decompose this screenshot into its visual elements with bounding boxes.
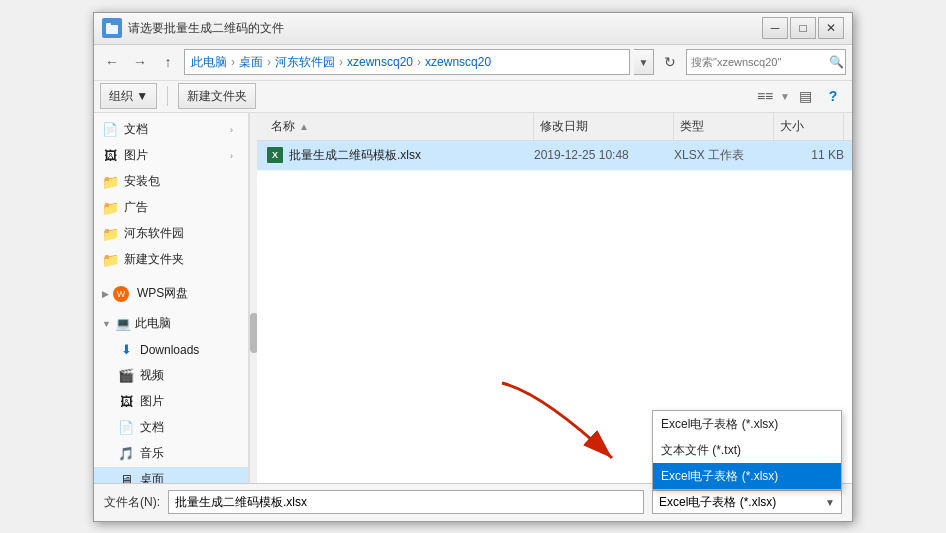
file-date-cell: 2019-12-25 10:48	[534, 148, 674, 162]
filetype-select-wrapper: Excel电子表格 (*.xlsx) ▼ Excel电子表格 (*.xlsx) …	[652, 490, 842, 514]
sidebar-item-label: 音乐	[140, 445, 164, 462]
document-icon: 📄	[118, 420, 134, 436]
window-controls: ─ □ ✕	[762, 17, 844, 39]
view-list-button[interactable]: ≡≡	[752, 85, 778, 107]
search-icon[interactable]: 🔍	[829, 55, 844, 69]
sidebar-item-documents2[interactable]: 📄 文档	[94, 415, 248, 441]
toolbar-separator	[167, 86, 168, 106]
sidebar: 📄 文档 › 🖼 图片 › 📁 安装包 📁 广告 📁 河东软件园	[94, 113, 249, 483]
sidebar-item-label: 广告	[124, 199, 148, 216]
sidebar-item-music[interactable]: 🎵 音乐	[94, 441, 248, 467]
image-icon: 🖼	[118, 394, 134, 410]
breadcrumb-bar[interactable]: 此电脑 › 桌面 › 河东软件园 › xzewnscq20 › xzewnscq…	[184, 49, 630, 75]
breadcrumb-dropdown-btn[interactable]: ▼	[634, 49, 654, 75]
dropdown-arrow-icon: ▼	[825, 497, 835, 508]
sidebar-item-label: 图片	[124, 147, 148, 164]
pictures-icon: 🖼	[102, 148, 118, 164]
computer-icon: 💻	[115, 316, 131, 332]
dialog-icon	[102, 18, 122, 38]
folder-icon: 📁	[102, 200, 118, 216]
download-icon: ⬇	[118, 342, 134, 358]
sidebar-item-label: Downloads	[140, 343, 199, 357]
minimize-button[interactable]: ─	[762, 17, 788, 39]
title-bar: 请选要批量生成二维码的文件 ─ □ ✕	[94, 13, 852, 45]
sidebar-scrollbar[interactable]	[249, 113, 257, 483]
sidebar-item-packages[interactable]: 📁 安装包	[94, 169, 248, 195]
filetype-select[interactable]: Excel电子表格 (*.xlsx) ▼	[652, 490, 842, 514]
folder-icon: 📁	[102, 226, 118, 242]
breadcrumb-hedong[interactable]: 河东软件园	[275, 54, 335, 71]
breadcrumb-folder1[interactable]: xzewnscq20	[347, 55, 413, 69]
desktop-icon: 🖥	[118, 472, 134, 483]
file-type-cell: XLSX 工作表	[674, 147, 774, 164]
filetype-option-xlsx1[interactable]: Excel电子表格 (*.xlsx)	[653, 411, 841, 437]
sidebar-item-ads[interactable]: 📁 广告	[94, 195, 248, 221]
forward-button[interactable]: →	[128, 50, 152, 74]
filename-label: 文件名(N):	[104, 494, 160, 511]
sidebar-item-hedong[interactable]: 📁 河东软件园	[94, 221, 248, 247]
col-header-size[interactable]: 大小	[774, 113, 844, 140]
col-header-name[interactable]: 名称 ▲	[265, 113, 534, 140]
sidebar-item-wps-cloud[interactable]: ▶ W WPS网盘	[94, 281, 248, 307]
svg-rect-1	[106, 23, 111, 26]
video-icon: 🎬	[118, 368, 134, 384]
file-row[interactable]: X 批量生成二维码模板.xlsx 2019-12-25 10:48 XLSX 工…	[257, 141, 852, 171]
empty-area	[257, 171, 852, 371]
sidebar-item-images[interactable]: 🖼 图片	[94, 389, 248, 415]
organize-button[interactable]: 组织 ▼	[100, 83, 157, 109]
sort-arrow-icon: ▲	[299, 121, 309, 132]
sidebar-item-label: 河东软件园	[124, 225, 184, 242]
file-dialog: 请选要批量生成二维码的文件 ─ □ ✕ ← → ↑ 此电脑 › 桌面 › 河东软…	[93, 12, 853, 522]
sidebar-item-label: 文档	[140, 419, 164, 436]
view-options: ≡≡ ▼ ▤ ?	[752, 85, 846, 107]
svg-rect-0	[106, 25, 118, 34]
col-type-label: 类型	[680, 118, 704, 135]
back-button[interactable]: ←	[100, 50, 124, 74]
filename-input[interactable]	[168, 490, 644, 514]
breadcrumb-folder2[interactable]: xzewnscq20	[425, 55, 491, 69]
help-button[interactable]: ?	[820, 85, 846, 107]
sidebar-item-label: 安装包	[124, 173, 160, 190]
folder-icon: 📁	[102, 252, 118, 268]
close-button[interactable]: ✕	[818, 17, 844, 39]
filetype-dropdown-menu: Excel电子表格 (*.xlsx) 文本文件 (*.txt) Excel电子表…	[652, 410, 842, 490]
sidebar-item-downloads[interactable]: ⬇ Downloads	[94, 337, 248, 363]
bottom-bar: 文件名(N): Excel电子表格 (*.xlsx) ▼ Excel电子表格 (…	[94, 483, 852, 521]
sidebar-item-label: 新建文件夹	[124, 251, 184, 268]
view-tile-button[interactable]: ▤	[792, 85, 818, 107]
sidebar-item-desktop[interactable]: 🖥 桌面	[94, 467, 248, 483]
breadcrumb-computer[interactable]: 此电脑	[191, 54, 227, 71]
file-size-cell: 11 KB	[774, 148, 844, 162]
refresh-button[interactable]: ↻	[658, 50, 682, 74]
maximize-button[interactable]: □	[790, 17, 816, 39]
filetype-option-xlsx2[interactable]: Excel电子表格 (*.xlsx)	[653, 463, 841, 489]
sidebar-item-label: 桌面	[140, 471, 164, 483]
documents-icon: 📄	[102, 122, 118, 138]
sidebar-item-label: 文档	[124, 121, 148, 138]
sidebar-item-documents[interactable]: 📄 文档 ›	[94, 117, 248, 143]
filetype-option-txt[interactable]: 文本文件 (*.txt)	[653, 437, 841, 463]
music-icon: 🎵	[118, 446, 134, 462]
col-header-type[interactable]: 类型	[674, 113, 774, 140]
new-folder-button[interactable]: 新建文件夹	[178, 83, 256, 109]
up-button[interactable]: ↑	[156, 50, 180, 74]
folder-icon: 📁	[102, 174, 118, 190]
toolbar: 组织 ▼ 新建文件夹 ≡≡ ▼ ▤ ?	[94, 81, 852, 113]
col-header-date[interactable]: 修改日期	[534, 113, 674, 140]
sidebar-item-computer[interactable]: ▼ 💻 此电脑	[94, 311, 248, 337]
sidebar-item-videos[interactable]: 🎬 视频	[94, 363, 248, 389]
sidebar-item-label: 视频	[140, 367, 164, 384]
address-bar: ← → ↑ 此电脑 › 桌面 › 河东软件园 › xzewnscq20 › xz…	[94, 45, 852, 81]
sidebar-item-pictures[interactable]: 🖼 图片 ›	[94, 143, 248, 169]
sidebar-item-newfolder[interactable]: 📁 新建文件夹	[94, 247, 248, 273]
breadcrumb-desktop[interactable]: 桌面	[239, 54, 263, 71]
filetype-current: Excel电子表格 (*.xlsx)	[659, 494, 776, 511]
excel-icon: X	[267, 147, 283, 163]
file-list-header: 名称 ▲ 修改日期 类型 大小	[257, 113, 852, 141]
search-box: 🔍	[686, 49, 846, 75]
wps-cloud-icon: W	[113, 286, 129, 302]
sidebar-item-label: WPS网盘	[137, 285, 188, 302]
search-input[interactable]	[691, 56, 829, 68]
col-size-label: 大小	[780, 118, 804, 135]
file-name-cell: 批量生成二维码模板.xlsx	[289, 147, 534, 164]
